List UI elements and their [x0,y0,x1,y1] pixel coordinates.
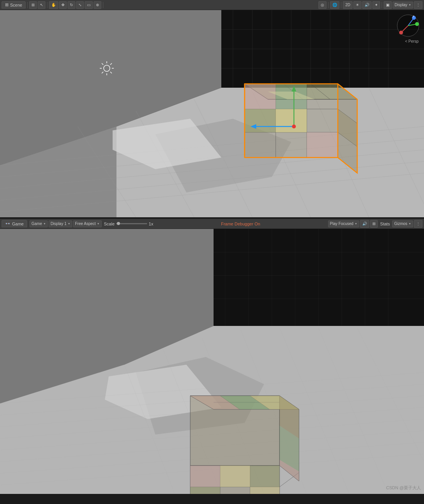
display-dropdown-label: Display 1 [50,222,66,226]
aspect-dropdown-arrow: ▼ [97,222,100,225]
toolbar-sep-2 [47,2,47,8]
scene-panel: ⊞ Scene ⊞ ↖ ✋ ✥ ↻ ⤡ ▭ ⊕ ◎ 🌐 2D ☀ 🔊 ✦ ▣ D… [0,0,424,217]
scene-tab[interactable]: ⊞ Scene [2,1,26,9]
toolbar-fx-btn[interactable]: ✦ [372,1,380,9]
svg-point-72 [399,31,403,35]
scale-container: Scale 1x [104,222,153,226]
game-svg [0,229,424,494]
toolbar-scale-btn[interactable]: ⤡ [76,1,84,9]
toolbar-sep-3 [103,2,103,8]
svg-rect-73 [214,229,424,326]
svg-point-55 [292,125,296,128]
toolbar-select-btn[interactable]: ↖ [38,1,45,9]
toolbar-rotate-btn[interactable]: ↻ [68,1,75,9]
game-grid-btn[interactable]: ⊞ [370,220,378,228]
toolbar-sep-1 [27,2,28,8]
gizmos-dropdown[interactable]: Gizmos ▼ [392,220,413,227]
toolbar-transform-btn[interactable]: ⊞ [29,1,37,9]
aspect-dropdown-label: Free Aspect [75,222,96,226]
csdn-watermark: CSDN @栗子大人 [386,485,421,491]
persp-label: < Persp [405,39,419,43]
svg-point-70 [415,22,419,26]
svg-marker-126 [190,487,220,494]
svg-marker-45 [245,109,276,132]
game-dropdown-arrow: ▼ [43,222,46,225]
toolbar-sep-5 [341,2,341,8]
scene-gizmo[interactable]: z [396,13,421,38]
svg-marker-123 [190,466,220,487]
play-focused-label: Play Focused [330,222,354,226]
toolbar-more-btn[interactable]: ⋮ [414,1,422,9]
scene-tab-label: Scene [10,3,22,7]
gizmos-label: Gizmos [394,222,407,226]
aspect-dropdown[interactable]: Free Aspect ▼ [73,220,101,227]
display-dropdown[interactable]: Display 1 ▼ [49,220,72,227]
scale-slider[interactable] [116,223,147,224]
toolbar-2d-btn[interactable]: 2D [343,1,353,9]
game-panel: 👓 Game Game ▼ Display 1 ▼ Free Aspect ▼ … [0,219,424,494]
game-tab-label: Game [12,222,24,226]
display-label: Display [394,3,407,7]
toolbar-rect-btn[interactable]: ▭ [85,1,93,9]
scene-toolbar: ⊞ Scene ⊞ ↖ ✋ ✥ ↻ ⤡ ▭ ⊕ ◎ 🌐 2D ☀ 🔊 ✦ ▣ D… [0,0,424,10]
scale-slider-dot [117,222,120,225]
game-toolbar: 👓 Game Game ▼ Display 1 ▼ Free Aspect ▼ … [0,219,424,229]
toolbar-right: ◎ 🌐 2D ☀ 🔊 ✦ ▣ Display ▼ ⋮ [318,1,422,9]
play-focused-dropdown[interactable]: Play Focused ▼ [328,220,360,227]
scene-svg [0,10,424,217]
svg-marker-41 [245,84,276,109]
toolbar-hand-btn[interactable]: ✋ [49,1,58,9]
game-more-btn[interactable]: ⋮ [414,220,422,228]
svg-text:z: z [413,14,414,18]
scene-viewport[interactable]: z < Persp [0,10,424,217]
svg-marker-44 [307,132,338,158]
svg-marker-128 [250,487,280,494]
svg-marker-125 [250,466,280,487]
scale-label: Scale [104,222,115,226]
gizmos-arrow: ▼ [408,222,411,225]
svg-marker-42 [276,109,307,132]
scale-value: 1x [149,222,153,226]
toolbar-sep-6 [382,2,382,8]
toolbar-custom-btn[interactable]: ⊕ [94,1,101,9]
game-tab[interactable]: 👓 Game [2,220,27,227]
toolbar-coord-btn[interactable]: 🌐 [330,1,339,9]
game-viewport[interactable]: CSDN @栗子大人 [0,229,424,494]
game-dropdown[interactable]: Game ▼ [30,220,48,227]
game-audio-btn[interactable]: 🔊 [360,220,369,228]
display-arrow: ▼ [408,3,411,6]
toolbar-sep-4 [328,2,328,8]
game-goggles-icon: 👓 [5,221,10,226]
toolbar-display-dropdown[interactable]: Display ▼ [393,2,413,9]
game-dropdown-label: Game [31,222,42,226]
scene-grid-icon: ⊞ [5,2,9,7]
play-focused-arrow: ▼ [354,222,357,225]
display-dropdown-arrow: ▼ [68,222,70,225]
svg-marker-124 [220,466,250,487]
stats-btn[interactable]: Stats [379,221,391,227]
toolbar-layers-btn[interactable]: ▣ [384,1,392,9]
toolbar-light-btn[interactable]: ☀ [353,1,361,9]
toolbar-audio-btn[interactable]: 🔊 [362,1,372,9]
frame-debugger-label: Frame Debugger On [221,222,260,226]
toolbar-pivot-btn[interactable]: ◎ [318,1,327,9]
toolbar-move-btn[interactable]: ✥ [59,1,67,9]
